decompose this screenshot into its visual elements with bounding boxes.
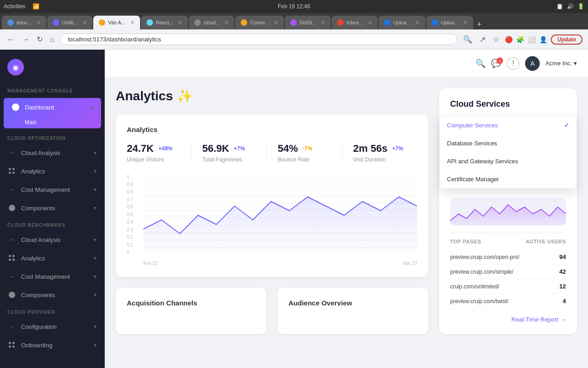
browser-tab-0[interactable]: educ... ✕ xyxy=(2,16,46,29)
extension-icon-3[interactable]: ⬜ xyxy=(528,36,536,43)
dropdown-item-label-cert: Certificate Manager xyxy=(447,176,499,183)
page-url-0: preview.cruip.com/open-pro/ xyxy=(450,254,520,260)
sidebar-item-components-1[interactable]: Components ▼ xyxy=(0,199,105,217)
dropdown-item-computer[interactable]: Computer Services ✓ xyxy=(440,116,577,134)
sidebar-subitem-main[interactable]: Main xyxy=(4,116,101,128)
section-label-benchmarks: CLOUD BENCHMARKS xyxy=(0,217,105,230)
browser-tab-5[interactable]: Conne... ✕ xyxy=(235,16,284,29)
url-bar[interactable]: localhost:5173/dashboard/analytics xyxy=(60,34,458,45)
dropdown-item-api[interactable]: API and Gateway Services xyxy=(440,152,577,170)
cost-management-chevron-2: ▼ xyxy=(93,274,97,279)
browser-tab-6[interactable]: DotSl... ✕ xyxy=(285,16,331,29)
tab-close-7[interactable]: ✕ xyxy=(368,19,372,26)
page-title-emoji: ✨ xyxy=(177,88,193,104)
browser-tab-8[interactable]: Uploa... ✕ xyxy=(379,16,425,29)
sidebar-item-dashboard[interactable]: Dashboard ▲ xyxy=(4,98,101,116)
header-info-button[interactable]: ! xyxy=(507,57,520,70)
avatar: A xyxy=(525,56,540,71)
sidebar-item-cost-management-1[interactable]: → Cost Management ▼ xyxy=(0,180,105,199)
sidebar-item-cost-management-2[interactable]: → Cost Management ▼ xyxy=(0,267,105,286)
tab-icon-3 xyxy=(147,19,153,26)
tab-label-3: React... xyxy=(156,20,173,25)
page-right: Cloud Services Computer Services ▼ Compu… xyxy=(439,88,577,334)
page-url-2: cruip.com/unlimited/ xyxy=(450,283,499,290)
metric-unique-visitors: 24.7K +49% Unique Visitors xyxy=(127,143,191,163)
share-button[interactable]: ↗ xyxy=(478,33,487,46)
sidebar-item-configuration[interactable]: → Configuration ▼ xyxy=(0,317,105,336)
browser-tab-4[interactable]: cloud... ✕ xyxy=(189,16,234,29)
tab-label-8: Uploa... xyxy=(393,20,411,25)
cloud-analysis-label-1: Cloud Analysis xyxy=(21,150,60,156)
sidebar-item-analytics-2[interactable]: Analytics ▼ xyxy=(0,249,105,267)
section-label-provider: CLOUD PROVIDER xyxy=(0,304,105,317)
active-users-label: ACTIVE USERS xyxy=(526,239,566,244)
analytics-icon-1 xyxy=(7,167,17,176)
chart-y-axis: 1 0.9 0.8 0.7 0.6 0.5 0.4 0.3 0.2 0.1 0 xyxy=(127,174,140,255)
profile-icon[interactable]: 👤 xyxy=(539,36,547,43)
search-address-button[interactable]: 🔍 xyxy=(461,33,474,46)
company-selector[interactable]: Acme Inc. ▾ xyxy=(545,60,577,67)
cloud-analysis-icon-2: → xyxy=(7,235,17,244)
tab-icon-1 xyxy=(53,19,59,26)
dropdown-item-cert[interactable]: Certificate Manager xyxy=(440,170,577,188)
cost-management-label-2: Cost Management xyxy=(21,273,70,280)
browser-tab-7[interactable]: Inbox... ✕ xyxy=(332,16,378,29)
page-count-3: 4 xyxy=(563,298,566,305)
components-chevron-1: ▼ xyxy=(93,206,97,211)
analytics-chevron-1: ▼ xyxy=(93,169,97,174)
metric-pageviews: 56.9K +7% Total Pageviews xyxy=(202,143,266,163)
onboarding-chevron: ▼ xyxy=(93,343,97,348)
tab-close-4[interactable]: ✕ xyxy=(224,19,229,26)
tabs-bar: educ... ✕ Untitl... ✕ Vite A... ✕ React.… xyxy=(0,13,588,29)
extension-icon-2[interactable]: 🧩 xyxy=(516,36,524,43)
tab-close-0[interactable]: ✕ xyxy=(36,19,41,26)
browser-tab-3[interactable]: React... ✕ xyxy=(141,16,188,29)
sidebar-item-components-2[interactable]: Components ▼ xyxy=(0,286,105,304)
configuration-chevron: ▼ xyxy=(93,324,97,329)
header-notification-button[interactable]: 💬 1 xyxy=(491,58,501,69)
tab-icon-6 xyxy=(290,19,297,26)
tab-icon-2 xyxy=(99,19,105,26)
top-pages-header: TOP PAGES ACTIVE USERS xyxy=(450,233,566,244)
dashboard-active-container: Dashboard ▲ Main xyxy=(4,98,101,128)
realtime-link[interactable]: Real-Time Report → xyxy=(450,316,566,323)
dropdown-menu: Computer Services ✓ Database Services AP… xyxy=(439,116,577,189)
metric-visit-duration: 2m 56s +7% Visit Duration xyxy=(353,143,417,163)
bounce-label: Bounce Rate xyxy=(278,156,331,163)
browser-tab-2[interactable]: Vite A... ✕ xyxy=(93,16,140,29)
sidebar-item-cloud-analysis-1[interactable]: → Cloud Analysis ▼ xyxy=(0,144,105,162)
header-search-button[interactable]: 🔍 xyxy=(475,58,486,69)
company-name: Acme Inc. xyxy=(545,60,572,67)
reload-button[interactable]: ↻ xyxy=(35,33,45,46)
home-button[interactable]: ⌂ xyxy=(48,34,57,46)
bookmark-button[interactable]: ☆ xyxy=(491,33,501,46)
extension-icon-1[interactable]: 🔴 xyxy=(505,36,513,43)
sidebar-item-cloud-analysis-2[interactable]: → Cloud Analysis ▼ xyxy=(0,230,105,249)
tab-close-8[interactable]: ✕ xyxy=(415,19,420,26)
battery-icon: 🔋 xyxy=(577,3,584,10)
tab-close-5[interactable]: ✕ xyxy=(274,19,278,26)
back-button[interactable]: ← xyxy=(6,34,17,46)
update-button[interactable]: Update xyxy=(551,34,582,45)
new-tab-button[interactable]: + xyxy=(474,20,485,29)
browser-tab-9[interactable]: Uploa... ✕ xyxy=(426,16,473,29)
tab-close-2[interactable]: ✕ xyxy=(130,19,135,26)
wifi-icon: 📶 xyxy=(33,3,40,10)
sidebar-item-analytics-1[interactable]: Analytics ▼ xyxy=(0,162,105,180)
sidebar-item-onboarding[interactable]: Onboarding ▼ xyxy=(0,336,105,354)
page-count-2: 12 xyxy=(560,283,566,290)
tab-close-3[interactable]: ✕ xyxy=(178,19,182,26)
panel-title: Cloud Services xyxy=(450,99,566,109)
pageviews-change: +7% xyxy=(232,145,247,152)
components-label-1: Components xyxy=(21,205,55,212)
top-pages-label: TOP PAGES xyxy=(450,239,481,244)
components-icon-2 xyxy=(7,290,17,299)
analytics-icon-2 xyxy=(7,253,17,263)
cost-management-icon-2: → xyxy=(7,272,17,281)
tab-close-9[interactable]: ✕ xyxy=(463,19,468,26)
tab-close-1[interactable]: ✕ xyxy=(82,19,87,26)
browser-tab-1[interactable]: Untitl... ✕ xyxy=(47,16,92,29)
tab-close-6[interactable]: ✕ xyxy=(321,19,325,26)
dropdown-item-database[interactable]: Database Services xyxy=(440,134,577,152)
forward-button[interactable]: → xyxy=(20,34,31,46)
